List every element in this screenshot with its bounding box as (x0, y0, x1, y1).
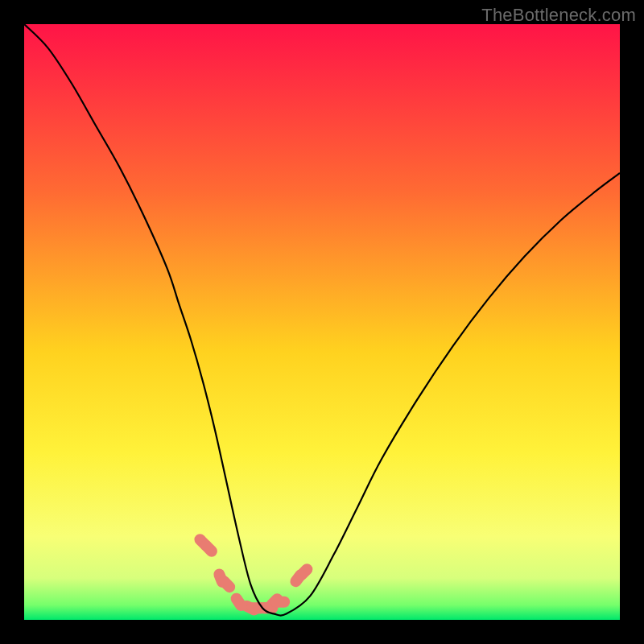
plot-area (24, 24, 620, 620)
highlight-dots (192, 531, 316, 617)
watermark-text: TheBottleneck.com (481, 5, 636, 26)
bottleneck-curve (24, 24, 620, 616)
chart-frame: TheBottleneck.com (0, 0, 644, 644)
highlight-dot (270, 597, 290, 608)
curve-layer (24, 24, 620, 620)
